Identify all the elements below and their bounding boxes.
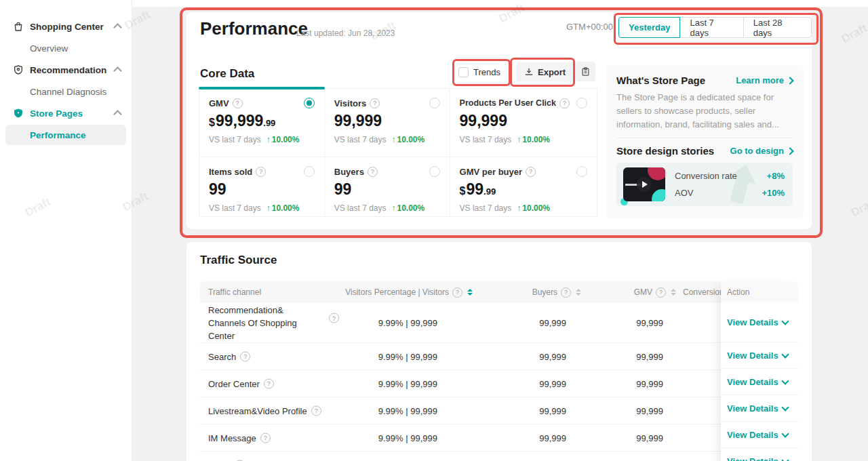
sidebar-item-channel-diagnosis[interactable]: Channel Diagnosis xyxy=(0,81,132,102)
metric-value: 99 xyxy=(209,182,315,197)
visitors-cell: 9.99% | 99,999 xyxy=(378,318,437,328)
column-gmv: GMV ? xyxy=(634,281,676,303)
metric-card-gmv-per-buyer[interactable]: GMV per buyer ? $99.99 VS last 7 days↑10… xyxy=(450,157,597,216)
help-icon[interactable]: ? xyxy=(368,167,378,177)
metric-card-buyers[interactable]: Buyers ? 99 VS last 7 days↑10.00% xyxy=(325,157,450,216)
sidebar-item-recommendation[interactable]: Recommendation xyxy=(0,59,132,81)
metric-radio[interactable] xyxy=(429,166,440,177)
view-details-link[interactable]: View Details xyxy=(727,317,788,327)
conversion-rate-label: Conversion rate xyxy=(675,171,737,181)
sort-icon[interactable] xyxy=(576,289,581,296)
metric-radio[interactable] xyxy=(304,166,315,177)
teal-circle-decoration xyxy=(652,189,665,201)
trends-checkbox[interactable] xyxy=(458,67,469,77)
view-details-link[interactable]: View Details xyxy=(727,430,788,440)
table-row: Other? 9.99% | 99,999 99,999 99,999 xyxy=(200,452,798,461)
metric-radio[interactable] xyxy=(429,98,440,108)
download-icon xyxy=(524,67,534,77)
store-design-stories-title: Store design stories xyxy=(616,145,714,157)
change-badge: ↑10.00% xyxy=(392,203,425,213)
store-page-description: The Store Page is a dedicated space for … xyxy=(616,91,793,132)
view-details-link[interactable]: View Details xyxy=(727,456,788,461)
metric-card-visitors[interactable]: Visitors ? 99,999 VS last 7 days↑10.00% xyxy=(325,89,450,157)
tab-last-28-days[interactable]: Last 28 days xyxy=(743,17,812,38)
metric-card-gmv[interactable]: GMV ? $99,999.99 VS last 7 days↑10.00% xyxy=(199,89,325,157)
view-details-link[interactable]: View Details xyxy=(727,403,788,414)
metric-label: GMV per buyer xyxy=(460,167,522,177)
clipboard-icon xyxy=(580,66,591,77)
help-icon[interactable]: ? xyxy=(329,313,339,323)
metric-card-products-per-user-click[interactable]: Products Per User Click ? 99,999 VS last… xyxy=(450,89,597,157)
up-arrow-icon: ↑ xyxy=(392,135,396,144)
clipboard-button[interactable] xyxy=(575,62,595,81)
help-icon[interactable]: ? xyxy=(256,167,266,177)
go-to-design-link[interactable]: Go to design xyxy=(730,146,793,156)
play-icon[interactable] xyxy=(637,177,652,192)
chevron-down-icon xyxy=(781,377,789,384)
metric-card-items-sold[interactable]: Items sold ? 99 VS last 7 days↑10.00% xyxy=(199,157,325,216)
metric-radio[interactable] xyxy=(576,98,587,108)
whats-store-page-title: What's Store Page xyxy=(616,75,705,86)
metric-value: $99,999.99 xyxy=(209,113,315,129)
sort-icon[interactable] xyxy=(467,289,473,296)
sort-icon[interactable] xyxy=(671,289,676,296)
metric-radio[interactable] xyxy=(576,166,587,177)
vs-label: VS last 7 days xyxy=(334,135,387,144)
sidebar-item-shopping-center[interactable]: Shopping Center xyxy=(0,16,132,37)
visitors-cell: 9.99% | 99,999 xyxy=(378,351,437,361)
metric-label: Visitors xyxy=(334,98,366,108)
help-icon[interactable]: ? xyxy=(264,378,274,388)
vs-label: VS last 7 days xyxy=(209,135,261,144)
help-icon[interactable]: ? xyxy=(561,287,571,298)
gmv-cell: 99,999 xyxy=(636,318,663,328)
chevron-up-icon xyxy=(113,66,122,75)
change-badge: ↑10.00% xyxy=(517,203,550,213)
help-icon[interactable]: ? xyxy=(526,167,536,177)
help-icon[interactable]: ? xyxy=(233,98,243,108)
buyers-cell: 99,999 xyxy=(539,433,566,443)
learn-more-link[interactable]: Learn more xyxy=(736,75,793,85)
sidebar-item-label: Overview xyxy=(30,43,121,54)
red-circle-decoration xyxy=(648,167,665,180)
help-icon[interactable]: ? xyxy=(311,405,321,416)
video-thumbnail[interactable] xyxy=(623,167,665,201)
table-header-row: Traffic channel Visitors Percentage | Vi… xyxy=(200,281,798,303)
traffic-source-panel: Traffic Source Traffic channel Visitors … xyxy=(186,242,812,461)
view-details-link[interactable]: View Details xyxy=(727,377,788,387)
up-arrow-icon: ↑ xyxy=(517,203,521,213)
export-button[interactable]: Export xyxy=(516,62,574,81)
metric-value: 99,999 xyxy=(334,113,440,129)
buyers-cell: 99,999 xyxy=(539,405,566,416)
sidebar-item-store-pages[interactable]: Store Pages xyxy=(0,102,132,124)
channel-cell: IM Message? xyxy=(208,433,271,443)
metric-label: Items sold xyxy=(209,167,252,177)
chevron-down-icon xyxy=(781,350,789,358)
view-details-link[interactable]: View Details xyxy=(727,350,788,361)
aov-label: AOV xyxy=(675,188,693,198)
page-title: Performance xyxy=(200,18,308,39)
seller-center-page: Draft Draft Draft Draft Draft Draft Draf… xyxy=(0,0,868,461)
help-icon[interactable]: ? xyxy=(260,433,271,443)
help-icon[interactable]: ? xyxy=(370,98,380,108)
help-icon[interactable]: ? xyxy=(656,287,666,298)
sidebar-item-overview[interactable]: Overview xyxy=(0,37,132,59)
conversion-rate-value: +8% xyxy=(767,171,785,181)
help-icon[interactable]: ? xyxy=(452,287,462,298)
sidebar-item-performance[interactable]: Performance xyxy=(5,125,126,145)
tab-yesterday[interactable]: Yesterday xyxy=(618,17,680,38)
buyers-cell: 99,999 xyxy=(539,378,566,388)
trends-toggle[interactable]: Trends xyxy=(458,67,500,77)
help-icon[interactable]: ? xyxy=(240,351,250,361)
traffic-source-table: Traffic channel Visitors Percentage | Vi… xyxy=(200,281,798,461)
chevron-up-icon xyxy=(113,110,122,119)
channel-cell: Recommendation&Channels Of Shopping Cent… xyxy=(208,304,339,342)
table-row: Search? 9.99% | 99,999 99,999 99,999 xyxy=(200,343,798,370)
visitors-cell: 9.99% | 99,999 xyxy=(378,405,437,416)
tab-last-7-days[interactable]: Last 7 days xyxy=(679,17,743,38)
aov-value: +10% xyxy=(762,188,785,198)
metric-value: 99,999 xyxy=(460,113,587,129)
metric-value: $99.99 xyxy=(460,182,587,197)
metric-radio[interactable] xyxy=(304,98,315,108)
change-badge: ↑10.00% xyxy=(267,135,300,144)
help-icon[interactable]: ? xyxy=(559,98,570,108)
